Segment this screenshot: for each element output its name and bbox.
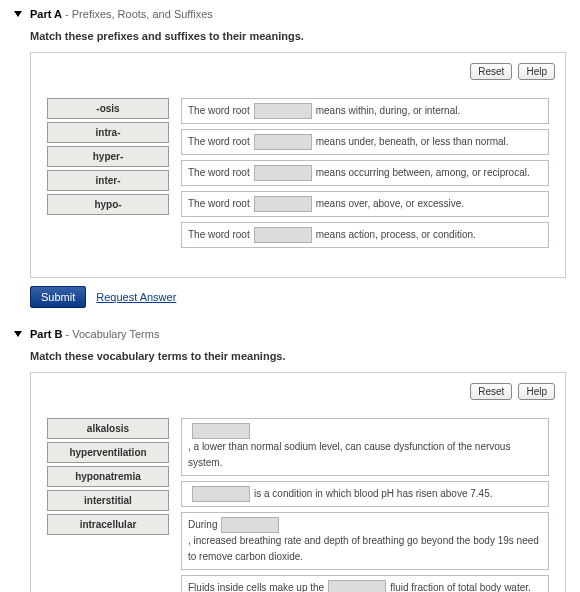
targets-column: The word root means within, during, or i… [181,98,549,253]
term-item[interactable]: hypo- [47,194,169,215]
target-row: Fluids inside cells make up the fluid fr… [181,575,549,592]
terms-column: -osis intra- hyper- inter- hypo- [47,98,169,253]
collapse-icon [14,11,22,17]
drop-zone[interactable] [254,165,312,181]
help-button[interactable]: Help [518,383,555,400]
term-item[interactable]: alkalosis [47,418,169,439]
drop-zone[interactable] [254,196,312,212]
term-item[interactable]: interstitial [47,490,169,511]
target-row: The word root means occurring between, a… [181,160,549,186]
terms-column: alkalosis hyperventilation hyponatremia … [47,418,169,592]
part-a-instructions: Match these prefixes and suffixes to the… [30,30,566,42]
term-item[interactable]: -osis [47,98,169,119]
part-a-panel: Reset Help -osis intra- hyper- inter- hy… [30,52,566,278]
target-row: The word root means over, above, or exce… [181,191,549,217]
target-row: During , increased breathing rate and de… [181,512,549,570]
term-item[interactable]: hyponatremia [47,466,169,487]
part-a-header[interactable]: Part A - Prefixes, Roots, and Suffixes [14,8,566,20]
reset-button[interactable]: Reset [470,63,512,80]
drop-zone[interactable] [192,486,250,502]
help-button[interactable]: Help [518,63,555,80]
part-b-header[interactable]: Part B - Vocabulary Terms [14,328,566,340]
term-item[interactable]: intra- [47,122,169,143]
target-row: , a lower than normal sodium level, can … [181,418,549,476]
target-row: The word root means action, process, or … [181,222,549,248]
drop-zone[interactable] [254,134,312,150]
part-b-instructions: Match these vocabulary terms to their me… [30,350,566,362]
submit-button[interactable]: Submit [30,286,86,308]
target-row: The word root means within, during, or i… [181,98,549,124]
drop-zone[interactable] [221,517,279,533]
drop-zone[interactable] [192,423,250,439]
term-item[interactable]: intracellular [47,514,169,535]
drop-zone[interactable] [254,103,312,119]
collapse-icon [14,331,22,337]
part-b: Part B - Vocabulary Terms Match these vo… [14,328,566,592]
reset-button[interactable]: Reset [470,383,512,400]
part-a: Part A - Prefixes, Roots, and Suffixes M… [14,8,566,308]
term-item[interactable]: inter- [47,170,169,191]
part-b-title: Part B - Vocabulary Terms [30,328,159,340]
term-item[interactable]: hyper- [47,146,169,167]
term-item[interactable]: hyperventilation [47,442,169,463]
target-row: is a condition in which blood pH has ris… [181,481,549,507]
drop-zone[interactable] [254,227,312,243]
part-b-panel: Reset Help alkalosis hyperventilation hy… [30,372,566,592]
request-answer-link[interactable]: Request Answer [96,291,176,303]
target-row: The word root means under, beneath, or l… [181,129,549,155]
drop-zone[interactable] [328,580,386,592]
part-a-title: Part A - Prefixes, Roots, and Suffixes [30,8,213,20]
targets-column: , a lower than normal sodium level, can … [181,418,549,592]
